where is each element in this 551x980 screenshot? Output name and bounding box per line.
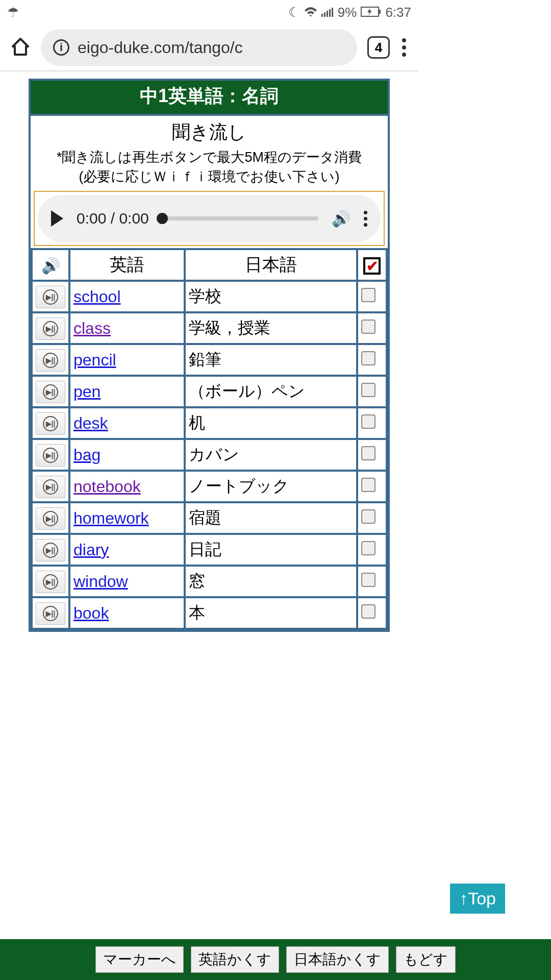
row-english: notebook <box>70 472 184 501</box>
row-japanese: カバン <box>186 440 356 470</box>
browser-menu-icon[interactable] <box>400 36 408 59</box>
row-japanese: 窓 <box>186 567 356 596</box>
row-check-cell <box>358 282 386 311</box>
row-play-cell: ▶|| <box>33 282 68 311</box>
status-bar: ☂ ☾ 9% 6:37 <box>0 0 418 24</box>
row-checkbox[interactable] <box>361 478 375 492</box>
url-bar[interactable]: i eigo-duke.com/tango/c <box>41 29 357 66</box>
vocab-link[interactable]: pencil <box>73 351 116 369</box>
row-english: diary <box>70 535 184 565</box>
page-content: 中1英単語：名詞 聞き流し *聞き流しは再生ボタンで最大5M程のデータ消費 (必… <box>0 71 418 632</box>
volume-icon[interactable]: 🔊 <box>332 210 350 228</box>
play-pause-icon: ▶|| <box>43 479 58 495</box>
play-pause-icon: ▶|| <box>43 448 58 463</box>
play-pause-icon: ▶|| <box>43 353 58 368</box>
row-japanese: 日記 <box>186 535 356 565</box>
svg-rect-0 <box>321 14 323 17</box>
row-checkbox[interactable] <box>361 509 375 524</box>
row-play-button[interactable]: ▶|| <box>36 349 65 372</box>
row-play-button[interactable]: ▶|| <box>36 571 65 593</box>
vocab-link[interactable]: book <box>73 604 109 622</box>
row-play-button[interactable]: ▶|| <box>36 381 65 403</box>
vocab-link[interactable]: class <box>73 319 111 337</box>
table-row: ▶||homework宿題 <box>33 503 386 533</box>
row-japanese: 鉛筆 <box>186 345 356 375</box>
row-checkbox[interactable] <box>361 351 375 365</box>
row-play-button[interactable]: ▶|| <box>36 286 65 308</box>
dnd-moon-icon: ☾ <box>288 5 300 20</box>
play-pause-icon: ▶|| <box>43 606 58 621</box>
row-play-cell: ▶|| <box>33 313 68 343</box>
row-check-cell <box>358 503 386 533</box>
row-english: desk <box>70 408 184 438</box>
play-pause-icon: ▶|| <box>43 384 58 400</box>
row-check-cell <box>358 377 386 406</box>
row-english: pen <box>70 377 184 406</box>
row-play-cell: ▶|| <box>33 503 68 533</box>
header-audio: 🔊 <box>33 250 68 280</box>
vocab-table: 🔊 英語 日本語 ✔ ▶||school学校▶||class学級，授業▶||pe… <box>31 248 388 630</box>
audio-player-wrap: 0:00 / 0:00 🔊 <box>34 191 385 246</box>
site-info-icon[interactable]: i <box>53 39 69 56</box>
row-checkbox[interactable] <box>361 604 375 619</box>
vocab-card: 中1英単語：名詞 聞き流し *聞き流しは再生ボタンで最大5M程のデータ消費 (必… <box>29 79 390 632</box>
row-check-cell <box>358 313 386 343</box>
row-play-button[interactable]: ▶|| <box>36 476 65 498</box>
row-check-cell <box>358 472 386 501</box>
row-english: class <box>70 313 184 343</box>
row-play-cell: ▶|| <box>33 377 68 406</box>
row-japanese: 本 <box>186 598 356 628</box>
play-icon[interactable] <box>51 210 63 227</box>
row-english: homework <box>70 503 184 533</box>
row-checkbox[interactable] <box>361 573 375 587</box>
home-icon[interactable] <box>10 36 31 59</box>
row-play-button[interactable]: ▶|| <box>36 602 65 625</box>
play-pause-icon: ▶|| <box>43 574 58 590</box>
url-text: eigo-duke.com/tango/c <box>78 38 243 57</box>
row-play-button[interactable]: ▶|| <box>36 539 65 561</box>
vocab-link[interactable]: pen <box>73 382 101 401</box>
row-play-button[interactable]: ▶|| <box>36 507 65 530</box>
row-play-button[interactable]: ▶|| <box>36 444 65 467</box>
audio-seek-track[interactable] <box>162 216 318 220</box>
row-checkbox[interactable] <box>361 288 375 302</box>
clock-time: 6:37 <box>385 5 411 20</box>
wifi-icon <box>304 5 317 20</box>
row-japanese: ノートブック <box>186 472 356 501</box>
row-japanese: 机 <box>186 408 356 438</box>
vocab-link[interactable]: homework <box>73 509 149 527</box>
audio-seek-thumb[interactable] <box>157 213 168 224</box>
header-japanese: 日本語 <box>186 250 356 280</box>
row-play-button[interactable]: ▶|| <box>36 412 65 435</box>
row-english: bag <box>70 440 184 470</box>
svg-rect-4 <box>332 8 333 17</box>
row-checkbox[interactable] <box>361 383 375 397</box>
vocab-link[interactable]: window <box>73 572 128 591</box>
header-english: 英語 <box>70 250 184 280</box>
row-play-cell: ▶|| <box>33 440 68 470</box>
table-row: ▶||book本 <box>33 598 386 628</box>
audio-menu-icon[interactable] <box>364 211 367 227</box>
vocab-link[interactable]: school <box>73 287 121 306</box>
play-pause-icon: ▶|| <box>43 289 58 305</box>
row-play-button[interactable]: ▶|| <box>36 317 65 340</box>
vocab-link[interactable]: notebook <box>73 477 141 496</box>
page-title: 中1英単語：名詞 <box>31 81 388 116</box>
vocab-link[interactable]: desk <box>73 414 108 432</box>
row-checkbox[interactable] <box>361 541 375 555</box>
row-checkbox[interactable] <box>361 320 375 334</box>
check-all-icon[interactable]: ✔ <box>363 257 381 275</box>
row-japanese: （ボール）ペン <box>186 377 356 406</box>
row-checkbox[interactable] <box>361 414 375 429</box>
audio-time: 0:00 / 0:00 <box>77 210 149 227</box>
subtitle: 聞き流し <box>35 120 384 145</box>
svg-rect-3 <box>329 9 331 17</box>
audio-player[interactable]: 0:00 / 0:00 🔊 <box>38 195 381 242</box>
row-checkbox[interactable] <box>361 446 375 460</box>
play-pause-icon: ▶|| <box>43 321 58 336</box>
header-check[interactable]: ✔ <box>358 250 386 280</box>
vocab-link[interactable]: diary <box>73 541 109 559</box>
row-english: school <box>70 282 184 311</box>
tab-switcher[interactable]: 4 <box>367 36 390 59</box>
vocab-link[interactable]: bag <box>73 446 101 464</box>
